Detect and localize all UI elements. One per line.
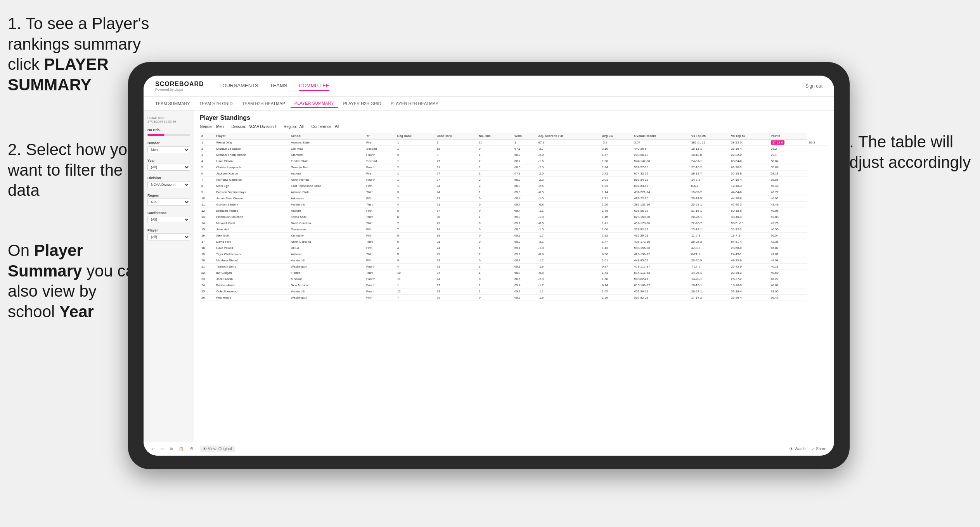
region-select[interactable]: N/A	[147, 199, 190, 206]
cell-2-0: 3	[200, 152, 215, 158]
table-row[interactable]: 11Gordon SargentVanderbiltThird421068.7-…	[200, 202, 828, 208]
cell-23-13: 40.02	[769, 282, 808, 289]
gender-select[interactable]: Men Women	[147, 146, 190, 153]
table-row[interactable]: 12Brendan ValdesAuburnFifth537068.4-1.11…	[200, 208, 828, 214]
cell-21-9: 1.43	[601, 270, 633, 276]
cell-23-0: 24	[200, 282, 215, 289]
cell-9-4: 2	[396, 195, 435, 202]
cell-17-12: 28-58-0	[729, 245, 769, 251]
share-btn[interactable]: ↗ Share	[812, 447, 826, 451]
subnav-team-h2h-grid[interactable]: TEAM H2H GRID	[196, 100, 237, 107]
nav-bar: SCOREBOARD Powered by dippa TOURNAMENTS …	[144, 76, 834, 97]
cell-1-13: 78.2	[769, 146, 808, 152]
player-select[interactable]: (All)	[147, 233, 190, 240]
cell-10-10: 387-133-16	[633, 202, 690, 208]
cell-20-4: 4	[396, 264, 435, 270]
cell-25-0: 26	[200, 295, 215, 301]
table-row[interactable]: 25Cole SherwoodVanderbiltFourth1223169.3…	[200, 289, 828, 295]
conference-select[interactable]: (All)	[147, 216, 190, 223]
cell-22-13: 46.27	[769, 276, 808, 282]
table-row[interactable]: 17David FordNorth CarolinaThird621069.0-…	[200, 239, 828, 245]
cell-22-8: -2.3	[537, 276, 600, 282]
table-row[interactable]: 9Preston SummerhaysArizona StateThird324…	[200, 189, 828, 195]
table-row[interactable]: 19Tiger ChristensenArizonaThird523269.2-…	[200, 251, 828, 257]
table-row[interactable]: 16Alex GoffKentuckyFifth819068.3-1.71.92…	[200, 233, 828, 239]
cell-23-4: 1	[396, 282, 435, 289]
subnav-player-summary[interactable]: PLAYER SUMMARY	[291, 99, 338, 108]
year-label: Year	[147, 159, 190, 162]
view-original-btn[interactable]: 👁 View: Original	[200, 446, 235, 452]
step2-text: 2. Select how you want to filter the dat…	[8, 140, 137, 199]
cell-17-7: 69.1	[513, 245, 537, 251]
cell-13-12: 53-51-10	[729, 220, 769, 226]
cell-22-7: 68.6	[513, 276, 537, 282]
subnav-player-h2h-grid[interactable]: PLAYER H2H GRID	[339, 100, 385, 107]
cell-2-11: 10-10-0	[690, 152, 729, 158]
cell-5-5: 27	[435, 171, 478, 177]
cell-25-7: 68.6	[513, 295, 537, 301]
col-adj-score: Adj. Score to Par	[537, 133, 600, 140]
table-row[interactable]: 26Petr HrubyWashingtonFifth725068.6-1.81…	[200, 295, 828, 301]
cell-6-4: 1	[396, 177, 435, 183]
table-row[interactable]: 7Nicholas GabrelcikNorth FloridaFourth12…	[200, 177, 828, 183]
table-row[interactable]: 21Taehoon SongWashingtonFourth423169.1-1…	[200, 264, 828, 270]
nav-tournaments[interactable]: TOURNAMENTS	[220, 81, 258, 91]
table-row[interactable]: 13Phichaksn MaichonTexas A&MThird630169.…	[200, 214, 828, 220]
cell-15-11: 11-5-3	[690, 233, 729, 239]
cell-13-4: 7	[396, 220, 435, 226]
nav-committee[interactable]: COMMITTEE	[299, 81, 329, 91]
step3-annotation: 3. The table will adjust accordingly	[840, 132, 972, 173]
copy-btn[interactable]: ⧉	[170, 447, 173, 451]
cell-3-10: 547-142-98	[633, 158, 690, 164]
cell-18-5: 23	[435, 251, 478, 257]
table-row[interactable]: 20Matthew RiedelVanderbiltFifth923068.8-…	[200, 257, 828, 264]
cell-12-7: 69.0	[513, 214, 537, 220]
table-row[interactable]: 6Jackson KoivunAuburnFirst127167.3-2.02.…	[200, 171, 828, 177]
table-row[interactable]: 3Michael ThorbjornsenStanfordFourth28168…	[200, 152, 828, 158]
cell-8-11: 19-39-2	[690, 189, 729, 195]
cell-9-3: Fifth	[365, 195, 396, 202]
table-row[interactable]: 23Jack LundinMissouriFourth1124068.6-2.3…	[200, 276, 828, 282]
watch-btn[interactable]: 👁 Watch	[790, 447, 805, 451]
cell-16-11: 26-25-3	[690, 239, 729, 245]
redo-btn[interactable]: ↪	[161, 447, 164, 451]
table-row[interactable]: 14Maxwell FordNorth CarolinaThird723069.…	[200, 220, 828, 226]
division-select[interactable]: NCAA Division I	[147, 181, 190, 188]
table-body: 1Wenyi DingArizona StateFirst1115167.1-3…	[200, 140, 828, 301]
table-row[interactable]: 5Christo LamprechtGeorgia TechFourth2212…	[200, 164, 828, 171]
cell-11-8: -1.1	[537, 208, 600, 214]
cell-25-1: Petr Hruby	[215, 295, 289, 301]
undo-btn[interactable]: ↩	[151, 447, 154, 451]
cell-24-5: 23	[435, 289, 478, 295]
cell-0-8: 67.1	[537, 140, 600, 146]
no-rds-slider-track[interactable]	[147, 134, 190, 136]
cell-5-8: -2.0	[537, 171, 600, 177]
nav-teams[interactable]: TEAMS	[270, 81, 287, 91]
subnav-player-h2h-heatmap[interactable]: PLAYER H2H HEATMAP	[387, 100, 442, 107]
cell-21-2: Florida	[289, 270, 365, 276]
cell-2-3: Fourth	[365, 152, 396, 158]
cell-15-9: 1.92	[601, 233, 633, 239]
cell-17-3: First	[365, 245, 396, 251]
cell-25-13: 36.45	[769, 295, 808, 301]
cell-23-11: 10-15-1	[690, 282, 729, 289]
cell-7-11: 8-6-1	[690, 183, 729, 189]
table-row[interactable]: 4Luke ClatonFlorida StateSecond127268.2-…	[200, 158, 828, 164]
year-select[interactable]: (All) First Second Third Fourth Fifth	[147, 164, 190, 171]
cell-10-3: Third	[365, 202, 396, 208]
timer-btn[interactable]: ⏱	[190, 447, 194, 451]
cell-6-8: -2.3	[537, 177, 600, 183]
paste-btn[interactable]: 📋	[179, 447, 184, 451]
table-row[interactable]: 2Michael Le SassoOle MissSecond118067.1-…	[200, 146, 828, 152]
cell-16-1: David Ford	[215, 239, 289, 245]
subnav-team-h2h-heatmap[interactable]: TEAM H2H HEATMAP	[238, 100, 289, 107]
table-row[interactable]: 10Jacob Skov OlesenArkansasFifth223068.4…	[200, 195, 828, 202]
table-row[interactable]: 8Mats EgeEast Tennessee StateFifth124268…	[200, 183, 828, 189]
table-row[interactable]: 18Luke PowellUCLAFirst424169.1-1.81.1350…	[200, 245, 828, 251]
subnav-team-summary[interactable]: TEAM SUMMARY	[151, 100, 194, 107]
table-row[interactable]: 22Ian GilliganFloridaThird1024168.7-0.81…	[200, 270, 828, 276]
table-row[interactable]: 15Jake HallTennesseeFifth718068.5-1.51.6…	[200, 226, 828, 233]
table-row[interactable]: 24Bastien AmatNew MexicoFourth127269.4-1…	[200, 282, 828, 289]
sign-out-link[interactable]: Sign out	[805, 83, 822, 89]
table-row[interactable]: 1Wenyi DingArizona StateFirst1115167.1-3…	[200, 140, 828, 146]
